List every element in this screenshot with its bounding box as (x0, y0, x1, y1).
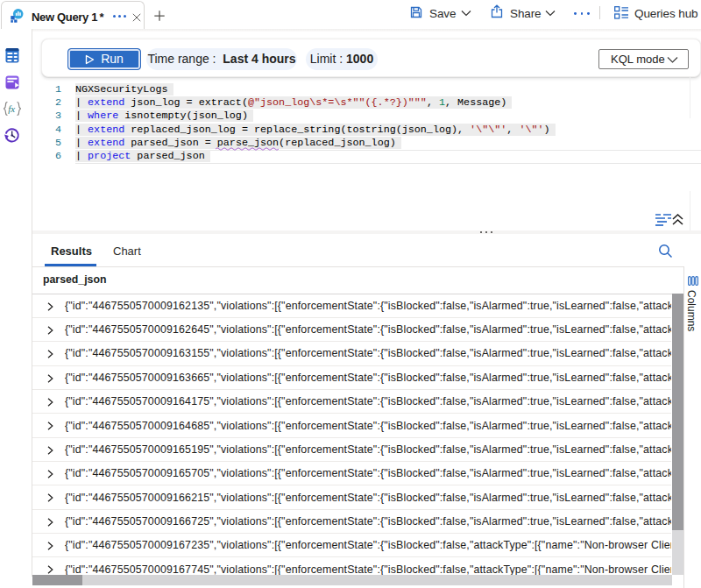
svg-text:fx: fx (8, 103, 15, 114)
